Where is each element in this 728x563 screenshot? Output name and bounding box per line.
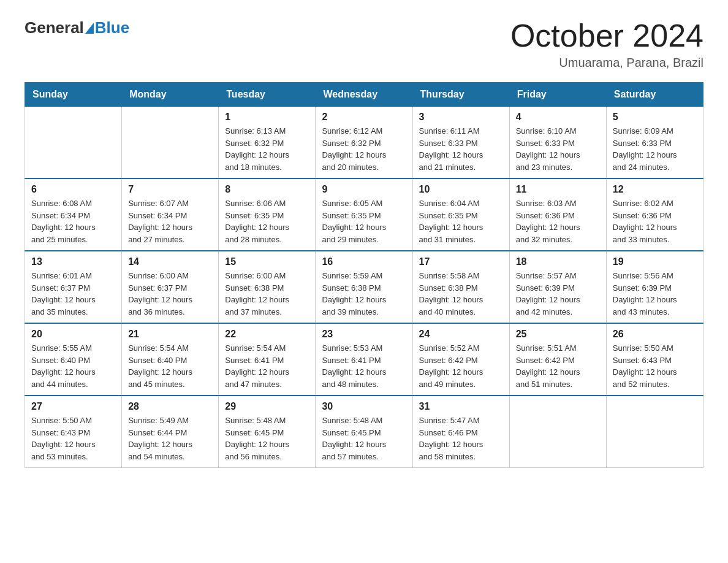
day-info: Sunrise: 6:02 AM Sunset: 6:36 PM Dayligh… xyxy=(613,197,697,245)
calendar-cell: 18Sunrise: 5:57 AM Sunset: 6:39 PM Dayli… xyxy=(509,251,606,323)
logo-general: General xyxy=(25,18,84,37)
day-number: 2 xyxy=(322,112,406,123)
day-number: 23 xyxy=(322,329,406,340)
calendar-cell: 19Sunrise: 5:56 AM Sunset: 6:39 PM Dayli… xyxy=(606,251,703,323)
calendar-cell: 4Sunrise: 6:10 AM Sunset: 6:33 PM Daylig… xyxy=(509,107,606,179)
col-friday: Friday xyxy=(509,83,606,107)
col-thursday: Thursday xyxy=(412,83,509,107)
calendar-cell: 24Sunrise: 5:52 AM Sunset: 6:42 PM Dayli… xyxy=(412,323,509,396)
day-number: 9 xyxy=(322,184,406,195)
day-info: Sunrise: 5:48 AM Sunset: 6:45 PM Dayligh… xyxy=(225,415,309,462)
day-info: Sunrise: 6:07 AM Sunset: 6:34 PM Dayligh… xyxy=(128,197,212,245)
calendar-cell: 15Sunrise: 6:00 AM Sunset: 6:38 PM Dayli… xyxy=(219,251,316,323)
day-info: Sunrise: 5:47 AM Sunset: 6:46 PM Dayligh… xyxy=(419,415,503,462)
calendar-cell: 13Sunrise: 6:01 AM Sunset: 6:37 PM Dayli… xyxy=(25,251,122,323)
col-wednesday: Wednesday xyxy=(316,83,412,107)
day-info: Sunrise: 5:55 AM Sunset: 6:40 PM Dayligh… xyxy=(31,342,115,390)
day-number: 20 xyxy=(31,329,115,340)
day-info: Sunrise: 5:52 AM Sunset: 6:42 PM Dayligh… xyxy=(419,342,503,390)
day-number: 19 xyxy=(613,256,697,267)
day-info: Sunrise: 6:00 AM Sunset: 6:38 PM Dayligh… xyxy=(225,270,309,318)
calendar-cell: 17Sunrise: 5:58 AM Sunset: 6:38 PM Dayli… xyxy=(412,251,509,323)
day-info: Sunrise: 5:59 AM Sunset: 6:38 PM Dayligh… xyxy=(322,270,406,318)
day-info: Sunrise: 6:04 AM Sunset: 6:35 PM Dayligh… xyxy=(419,197,503,245)
day-info: Sunrise: 6:00 AM Sunset: 6:37 PM Dayligh… xyxy=(128,270,212,318)
calendar-cell: 5Sunrise: 6:09 AM Sunset: 6:33 PM Daylig… xyxy=(606,107,703,179)
day-number: 15 xyxy=(225,256,309,267)
calendar-cell: 1Sunrise: 6:13 AM Sunset: 6:32 PM Daylig… xyxy=(219,107,316,179)
day-info: Sunrise: 6:11 AM Sunset: 6:33 PM Dayligh… xyxy=(419,125,503,173)
calendar-cell xyxy=(122,107,219,179)
calendar-table: Sunday Monday Tuesday Wednesday Thursday… xyxy=(25,82,703,468)
calendar-cell xyxy=(509,396,606,468)
day-number: 28 xyxy=(128,401,212,412)
day-number: 31 xyxy=(419,401,503,412)
calendar-cell: 29Sunrise: 5:48 AM Sunset: 6:45 PM Dayli… xyxy=(219,396,316,468)
day-number: 26 xyxy=(613,329,697,340)
day-info: Sunrise: 6:03 AM Sunset: 6:36 PM Dayligh… xyxy=(516,197,600,245)
month-title: October 2024 xyxy=(510,18,703,53)
calendar-week-row: 1Sunrise: 6:13 AM Sunset: 6:32 PM Daylig… xyxy=(25,107,703,179)
day-info: Sunrise: 5:58 AM Sunset: 6:38 PM Dayligh… xyxy=(419,270,503,318)
day-number: 17 xyxy=(419,256,503,267)
calendar-cell: 14Sunrise: 6:00 AM Sunset: 6:37 PM Dayli… xyxy=(122,251,219,323)
day-number: 27 xyxy=(31,401,115,412)
col-monday: Monday xyxy=(122,83,219,107)
calendar-cell: 26Sunrise: 5:50 AM Sunset: 6:43 PM Dayli… xyxy=(606,323,703,396)
day-number: 21 xyxy=(128,329,212,340)
day-number: 29 xyxy=(225,401,309,412)
day-info: Sunrise: 6:09 AM Sunset: 6:33 PM Dayligh… xyxy=(613,125,697,173)
day-number: 6 xyxy=(31,184,115,195)
calendar-cell: 27Sunrise: 5:50 AM Sunset: 6:43 PM Dayli… xyxy=(25,396,122,468)
day-info: Sunrise: 5:51 AM Sunset: 6:42 PM Dayligh… xyxy=(516,342,600,390)
day-number: 7 xyxy=(128,184,212,195)
day-info: Sunrise: 6:05 AM Sunset: 6:35 PM Dayligh… xyxy=(322,197,406,245)
day-number: 24 xyxy=(419,329,503,340)
col-sunday: Sunday xyxy=(25,83,122,107)
calendar-cell: 21Sunrise: 5:54 AM Sunset: 6:40 PM Dayli… xyxy=(122,323,219,396)
col-tuesday: Tuesday xyxy=(219,83,316,107)
calendar-cell: 9Sunrise: 6:05 AM Sunset: 6:35 PM Daylig… xyxy=(316,178,412,251)
day-info: Sunrise: 5:54 AM Sunset: 6:40 PM Dayligh… xyxy=(128,342,212,390)
calendar-week-row: 20Sunrise: 5:55 AM Sunset: 6:40 PM Dayli… xyxy=(25,323,703,396)
header: General Blue October 2024 Umuarama, Para… xyxy=(25,18,703,70)
day-number: 10 xyxy=(419,184,503,195)
day-info: Sunrise: 6:06 AM Sunset: 6:35 PM Dayligh… xyxy=(225,197,309,245)
day-number: 5 xyxy=(613,112,697,123)
day-info: Sunrise: 5:57 AM Sunset: 6:39 PM Dayligh… xyxy=(516,270,600,318)
day-number: 12 xyxy=(613,184,697,195)
day-info: Sunrise: 5:50 AM Sunset: 6:43 PM Dayligh… xyxy=(31,415,115,462)
calendar-week-row: 6Sunrise: 6:08 AM Sunset: 6:34 PM Daylig… xyxy=(25,178,703,251)
calendar-cell: 31Sunrise: 5:47 AM Sunset: 6:46 PM Dayli… xyxy=(412,396,509,468)
day-number: 11 xyxy=(516,184,600,195)
day-info: Sunrise: 5:48 AM Sunset: 6:45 PM Dayligh… xyxy=(322,415,406,462)
calendar-cell: 28Sunrise: 5:49 AM Sunset: 6:44 PM Dayli… xyxy=(122,396,219,468)
calendar-cell: 2Sunrise: 6:12 AM Sunset: 6:32 PM Daylig… xyxy=(316,107,412,179)
calendar-cell: 7Sunrise: 6:07 AM Sunset: 6:34 PM Daylig… xyxy=(122,178,219,251)
header-row: Sunday Monday Tuesday Wednesday Thursday… xyxy=(25,83,703,107)
day-info: Sunrise: 5:50 AM Sunset: 6:43 PM Dayligh… xyxy=(613,342,697,390)
calendar-cell: 10Sunrise: 6:04 AM Sunset: 6:35 PM Dayli… xyxy=(412,178,509,251)
day-info: Sunrise: 6:12 AM Sunset: 6:32 PM Dayligh… xyxy=(322,125,406,173)
calendar-cell: 16Sunrise: 5:59 AM Sunset: 6:38 PM Dayli… xyxy=(316,251,412,323)
calendar-cell: 12Sunrise: 6:02 AM Sunset: 6:36 PM Dayli… xyxy=(606,178,703,251)
day-number: 22 xyxy=(225,329,309,340)
day-number: 18 xyxy=(516,256,600,267)
day-number: 3 xyxy=(419,112,503,123)
calendar-cell: 6Sunrise: 6:08 AM Sunset: 6:34 PM Daylig… xyxy=(25,178,122,251)
day-info: Sunrise: 6:01 AM Sunset: 6:37 PM Dayligh… xyxy=(31,270,115,318)
day-info: Sunrise: 5:49 AM Sunset: 6:44 PM Dayligh… xyxy=(128,415,212,462)
calendar-cell: 8Sunrise: 6:06 AM Sunset: 6:35 PM Daylig… xyxy=(219,178,316,251)
day-info: Sunrise: 6:08 AM Sunset: 6:34 PM Dayligh… xyxy=(31,197,115,245)
logo-blue: Blue xyxy=(95,18,129,37)
day-info: Sunrise: 6:10 AM Sunset: 6:33 PM Dayligh… xyxy=(516,125,600,173)
day-number: 16 xyxy=(322,256,406,267)
day-number: 25 xyxy=(516,329,600,340)
calendar-cell: 22Sunrise: 5:54 AM Sunset: 6:41 PM Dayli… xyxy=(219,323,316,396)
day-number: 1 xyxy=(225,112,309,123)
day-number: 4 xyxy=(516,112,600,123)
day-number: 14 xyxy=(128,256,212,267)
location-title: Umuarama, Parana, Brazil xyxy=(510,56,703,70)
calendar-cell: 11Sunrise: 6:03 AM Sunset: 6:36 PM Dayli… xyxy=(509,178,606,251)
calendar-cell: 25Sunrise: 5:51 AM Sunset: 6:42 PM Dayli… xyxy=(509,323,606,396)
